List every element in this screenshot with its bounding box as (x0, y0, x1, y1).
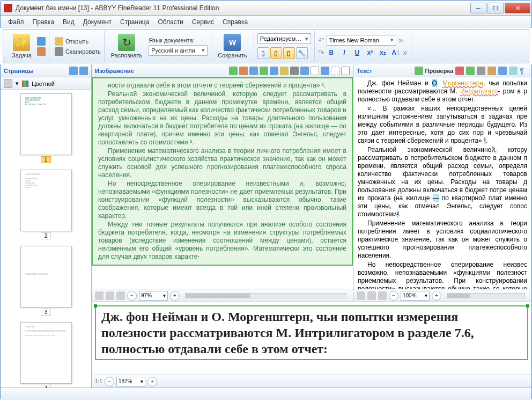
zoom-out-button[interactable]: − (389, 291, 398, 301)
menu-file[interactable]: Файл (4, 18, 28, 26)
superscript-button[interactable]: x² (364, 47, 376, 58)
page-thumbnail[interactable]: MATHEMATICALOPTIMIZATIONANDECONOMIC THEO… (20, 93, 72, 155)
zoom-in-button[interactable]: + (170, 291, 180, 301)
underline-button[interactable]: U (351, 47, 363, 58)
tool-icon[interactable] (311, 67, 319, 75)
ratio-icon[interactable]: 1:1 (95, 378, 102, 384)
menu-edit[interactable]: Правка (28, 18, 59, 26)
language-combo[interactable]: Русский и англи▾ (149, 45, 208, 56)
menu-help[interactable]: Справка (218, 18, 252, 26)
redo-button[interactable]: ↷ (318, 48, 324, 57)
view-page-button[interactable]: ▯ (257, 47, 269, 59)
scan-button[interactable]: Сканировать (55, 47, 101, 56)
view2-icon[interactable] (509, 67, 518, 75)
more-icon[interactable]: » (403, 48, 408, 57)
page-number[interactable]: 2 (41, 232, 51, 239)
thumbnails-list: MATHEMATICALOPTIMIZATIONANDECONOMIC THEO… (1, 90, 91, 388)
zoom-view[interactable]: Дж. фон Нейман и О. Моргенштерн, чьи поп… (92, 302, 531, 375)
menu-tools[interactable]: Сервис (188, 18, 218, 26)
image-view[interactable]: ности отдавали себе в этом отчете с теор… (92, 77, 353, 289)
check-label[interactable]: Проверка (425, 68, 453, 74)
recognize-button[interactable]: ↻ Распознать (108, 33, 145, 60)
italic-button[interactable]: I (338, 47, 350, 58)
tool-icon[interactable] (341, 67, 350, 75)
text-view[interactable]: Дж. фон Нейман и О. Моргенштерн, чьи поп… (353, 77, 531, 289)
chevron-down-icon: ▾ (202, 47, 205, 54)
fit-width-icon[interactable] (367, 291, 376, 300)
text-header: Текст (357, 68, 372, 74)
more-icon[interactable]: » (398, 35, 403, 45)
check-icon (415, 67, 423, 75)
tool-icon[interactable] (270, 67, 278, 75)
font-combo[interactable]: Times New Roman▾ (327, 35, 396, 46)
zoom-combo[interactable]: 97%▾ (139, 291, 168, 301)
zoom-in-button[interactable]: + (432, 291, 441, 301)
zoom-out-button[interactable]: − (127, 291, 137, 301)
page-thumbnail[interactable]: М. ИНТРИЛИГАТОРМатематическиеметодыоптим… (20, 170, 72, 231)
zoom-in-button[interactable]: + (147, 377, 157, 386)
edit-mode-combo[interactable]: Редактируем…▾ (257, 33, 311, 44)
page-number[interactable]: 3 (41, 309, 51, 316)
tool-icon[interactable] (290, 67, 299, 75)
flag2-icon[interactable] (466, 67, 475, 75)
font-size-button[interactable]: A↕ (390, 47, 402, 58)
pages-view-mode[interactable]: Цветной (32, 81, 55, 87)
fit-page-icon[interactable] (116, 291, 125, 300)
area-image-icon[interactable] (239, 67, 248, 75)
page-add-icon[interactable] (69, 67, 78, 75)
tool-icon[interactable] (300, 67, 309, 75)
word-icon: W (224, 34, 241, 51)
menu-view[interactable]: Вид (58, 18, 79, 26)
statusbar (0, 388, 532, 399)
copy-icon[interactable] (487, 67, 496, 75)
select-icon[interactable] (321, 67, 329, 75)
menu-page[interactable]: Страница (116, 18, 153, 26)
task-button[interactable]: ✨ Задача (9, 33, 35, 60)
scrollbar-horizontal[interactable] (447, 293, 525, 298)
page-remove-icon[interactable] (79, 67, 88, 75)
zoom-combo[interactable]: 187%▾ (116, 377, 145, 386)
folder-icon[interactable] (37, 47, 46, 56)
bold-button[interactable]: B (326, 47, 337, 58)
zoom-combo[interactable]: 100%▾ (401, 291, 430, 301)
fit-width-icon[interactable] (106, 291, 114, 300)
zoom-panel: Дж. фон Нейман и О. Моргенштерн, чьи поп… (92, 302, 531, 388)
fit-icon[interactable] (357, 291, 365, 300)
color-icon (22, 81, 28, 87)
doc-icon[interactable] (37, 37, 46, 46)
chevron-down-icon[interactable]: ▾ (16, 80, 19, 87)
subscript-button[interactable]: x₂ (377, 47, 389, 58)
menu-areas[interactable]: Области (153, 18, 188, 26)
fit-page-icon[interactable] (378, 291, 387, 300)
flag-icon[interactable] (455, 67, 464, 75)
view-zoom-button[interactable]: 🔧 (296, 47, 308, 59)
view-mode-icon[interactable] (4, 79, 12, 88)
bottom-zoom-bar: 1:1 − 187%▾ + (92, 375, 531, 388)
tool-icon[interactable] (260, 67, 268, 75)
view-split-button[interactable]: ▯ (270, 47, 282, 59)
page-thumbnail[interactable]: Предисловие1. ЭКОНОМИКА И МАТЕМАТИЧЕСКАЯ… (20, 322, 72, 384)
page-thumbnail[interactable]: ПРЕДИСЛОВИЕ К РУССКОМУ (20, 246, 72, 308)
crop-icon[interactable] (331, 67, 339, 75)
open-button[interactable]: Открыть (55, 37, 101, 46)
undo-button[interactable]: ↶ (318, 36, 324, 45)
save-button[interactable]: W Сохранить (215, 33, 250, 60)
fit-icon[interactable] (95, 291, 104, 300)
view-icon[interactable] (498, 67, 507, 75)
close-icon[interactable] (477, 67, 485, 75)
main-toolbar: ✨ Задача Открыть Сканировать ↻ Распознат… (3, 29, 529, 63)
minimize-button[interactable]: ─ (470, 3, 486, 13)
page-number[interactable]: 1 (41, 156, 51, 163)
pilcrow-icon[interactable]: ¶ (520, 67, 528, 75)
maximize-button[interactable]: ☐ (487, 3, 504, 13)
menu-document[interactable]: Документ (79, 18, 116, 26)
pages-header: Страницы (4, 68, 34, 74)
close-button[interactable]: ✕ (505, 3, 530, 13)
area-text-icon[interactable] (229, 67, 238, 75)
view-text-button[interactable]: ▯ (283, 47, 295, 59)
tool-icon[interactable] (280, 67, 289, 75)
zoom-out-button[interactable]: − (105, 377, 114, 386)
area-table-icon[interactable] (249, 67, 258, 75)
page-number[interactable]: 4 (41, 385, 51, 388)
scrollbar-horizontal[interactable] (185, 293, 346, 298)
